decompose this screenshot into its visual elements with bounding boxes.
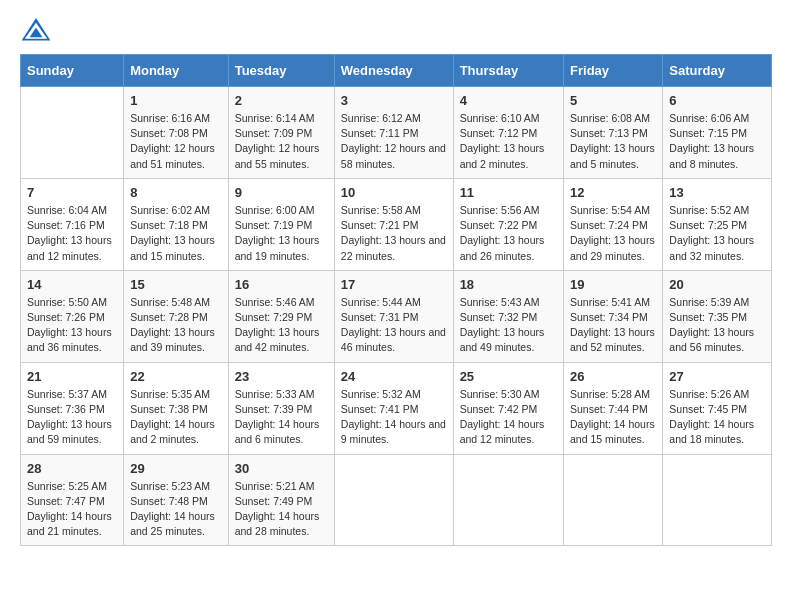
day-cell: 12Sunrise: 5:54 AM Sunset: 7:24 PM Dayli… [564, 178, 663, 270]
day-number: 22 [130, 369, 222, 384]
day-number: 20 [669, 277, 765, 292]
day-cell: 24Sunrise: 5:32 AM Sunset: 7:41 PM Dayli… [334, 362, 453, 454]
day-cell: 30Sunrise: 5:21 AM Sunset: 7:49 PM Dayli… [228, 454, 334, 546]
week-row-4: 21Sunrise: 5:37 AM Sunset: 7:36 PM Dayli… [21, 362, 772, 454]
week-row-3: 14Sunrise: 5:50 AM Sunset: 7:26 PM Dayli… [21, 270, 772, 362]
day-cell: 26Sunrise: 5:28 AM Sunset: 7:44 PM Dayli… [564, 362, 663, 454]
day-number: 18 [460, 277, 557, 292]
day-number: 24 [341, 369, 447, 384]
day-cell: 17Sunrise: 5:44 AM Sunset: 7:31 PM Dayli… [334, 270, 453, 362]
day-cell: 4Sunrise: 6:10 AM Sunset: 7:12 PM Daylig… [453, 87, 563, 179]
day-info: Sunrise: 6:10 AM Sunset: 7:12 PM Dayligh… [460, 111, 557, 172]
day-info: Sunrise: 5:44 AM Sunset: 7:31 PM Dayligh… [341, 295, 447, 356]
week-row-2: 7Sunrise: 6:04 AM Sunset: 7:16 PM Daylig… [21, 178, 772, 270]
day-info: Sunrise: 6:02 AM Sunset: 7:18 PM Dayligh… [130, 203, 222, 264]
calendar-header: SundayMondayTuesdayWednesdayThursdayFrid… [21, 55, 772, 87]
day-cell: 1Sunrise: 6:16 AM Sunset: 7:08 PM Daylig… [124, 87, 229, 179]
day-number: 13 [669, 185, 765, 200]
header-row: SundayMondayTuesdayWednesdayThursdayFrid… [21, 55, 772, 87]
week-row-1: 1Sunrise: 6:16 AM Sunset: 7:08 PM Daylig… [21, 87, 772, 179]
day-number: 26 [570, 369, 656, 384]
day-number: 3 [341, 93, 447, 108]
day-number: 7 [27, 185, 117, 200]
day-cell: 20Sunrise: 5:39 AM Sunset: 7:35 PM Dayli… [663, 270, 772, 362]
day-cell [564, 454, 663, 546]
day-cell: 19Sunrise: 5:41 AM Sunset: 7:34 PM Dayli… [564, 270, 663, 362]
day-info: Sunrise: 5:39 AM Sunset: 7:35 PM Dayligh… [669, 295, 765, 356]
day-info: Sunrise: 6:00 AM Sunset: 7:19 PM Dayligh… [235, 203, 328, 264]
day-info: Sunrise: 6:12 AM Sunset: 7:11 PM Dayligh… [341, 111, 447, 172]
day-cell: 3Sunrise: 6:12 AM Sunset: 7:11 PM Daylig… [334, 87, 453, 179]
day-cell: 5Sunrise: 6:08 AM Sunset: 7:13 PM Daylig… [564, 87, 663, 179]
day-number: 15 [130, 277, 222, 292]
column-header-thursday: Thursday [453, 55, 563, 87]
day-cell: 18Sunrise: 5:43 AM Sunset: 7:32 PM Dayli… [453, 270, 563, 362]
column-header-wednesday: Wednesday [334, 55, 453, 87]
day-number: 10 [341, 185, 447, 200]
day-number: 4 [460, 93, 557, 108]
day-cell: 15Sunrise: 5:48 AM Sunset: 7:28 PM Dayli… [124, 270, 229, 362]
day-info: Sunrise: 5:30 AM Sunset: 7:42 PM Dayligh… [460, 387, 557, 448]
day-cell: 10Sunrise: 5:58 AM Sunset: 7:21 PM Dayli… [334, 178, 453, 270]
day-info: Sunrise: 5:25 AM Sunset: 7:47 PM Dayligh… [27, 479, 117, 540]
day-number: 21 [27, 369, 117, 384]
day-cell: 8Sunrise: 6:02 AM Sunset: 7:18 PM Daylig… [124, 178, 229, 270]
day-number: 9 [235, 185, 328, 200]
day-number: 14 [27, 277, 117, 292]
day-number: 12 [570, 185, 656, 200]
day-info: Sunrise: 5:37 AM Sunset: 7:36 PM Dayligh… [27, 387, 117, 448]
day-cell: 16Sunrise: 5:46 AM Sunset: 7:29 PM Dayli… [228, 270, 334, 362]
day-cell: 27Sunrise: 5:26 AM Sunset: 7:45 PM Dayli… [663, 362, 772, 454]
day-cell: 22Sunrise: 5:35 AM Sunset: 7:38 PM Dayli… [124, 362, 229, 454]
day-info: Sunrise: 5:43 AM Sunset: 7:32 PM Dayligh… [460, 295, 557, 356]
day-info: Sunrise: 5:35 AM Sunset: 7:38 PM Dayligh… [130, 387, 222, 448]
day-info: Sunrise: 5:48 AM Sunset: 7:28 PM Dayligh… [130, 295, 222, 356]
day-number: 5 [570, 93, 656, 108]
logo-icon [20, 16, 52, 44]
day-number: 6 [669, 93, 765, 108]
day-number: 16 [235, 277, 328, 292]
day-info: Sunrise: 5:28 AM Sunset: 7:44 PM Dayligh… [570, 387, 656, 448]
column-header-saturday: Saturday [663, 55, 772, 87]
logo [20, 16, 56, 44]
day-number: 11 [460, 185, 557, 200]
day-number: 2 [235, 93, 328, 108]
day-info: Sunrise: 5:26 AM Sunset: 7:45 PM Dayligh… [669, 387, 765, 448]
day-info: Sunrise: 5:54 AM Sunset: 7:24 PM Dayligh… [570, 203, 656, 264]
day-number: 1 [130, 93, 222, 108]
day-cell: 29Sunrise: 5:23 AM Sunset: 7:48 PM Dayli… [124, 454, 229, 546]
day-info: Sunrise: 5:50 AM Sunset: 7:26 PM Dayligh… [27, 295, 117, 356]
column-header-monday: Monday [124, 55, 229, 87]
day-cell: 6Sunrise: 6:06 AM Sunset: 7:15 PM Daylig… [663, 87, 772, 179]
day-number: 27 [669, 369, 765, 384]
day-number: 29 [130, 461, 222, 476]
calendar-table: SundayMondayTuesdayWednesdayThursdayFrid… [20, 54, 772, 546]
day-info: Sunrise: 6:08 AM Sunset: 7:13 PM Dayligh… [570, 111, 656, 172]
page-header [20, 16, 772, 44]
day-info: Sunrise: 6:14 AM Sunset: 7:09 PM Dayligh… [235, 111, 328, 172]
day-cell: 21Sunrise: 5:37 AM Sunset: 7:36 PM Dayli… [21, 362, 124, 454]
day-info: Sunrise: 5:32 AM Sunset: 7:41 PM Dayligh… [341, 387, 447, 448]
calendar-body: 1Sunrise: 6:16 AM Sunset: 7:08 PM Daylig… [21, 87, 772, 546]
day-info: Sunrise: 5:52 AM Sunset: 7:25 PM Dayligh… [669, 203, 765, 264]
day-cell: 14Sunrise: 5:50 AM Sunset: 7:26 PM Dayli… [21, 270, 124, 362]
day-cell [21, 87, 124, 179]
day-info: Sunrise: 5:33 AM Sunset: 7:39 PM Dayligh… [235, 387, 328, 448]
day-cell: 11Sunrise: 5:56 AM Sunset: 7:22 PM Dayli… [453, 178, 563, 270]
day-number: 25 [460, 369, 557, 384]
day-info: Sunrise: 5:41 AM Sunset: 7:34 PM Dayligh… [570, 295, 656, 356]
column-header-sunday: Sunday [21, 55, 124, 87]
day-cell: 13Sunrise: 5:52 AM Sunset: 7:25 PM Dayli… [663, 178, 772, 270]
day-number: 30 [235, 461, 328, 476]
week-row-5: 28Sunrise: 5:25 AM Sunset: 7:47 PM Dayli… [21, 454, 772, 546]
day-info: Sunrise: 5:23 AM Sunset: 7:48 PM Dayligh… [130, 479, 222, 540]
day-info: Sunrise: 6:04 AM Sunset: 7:16 PM Dayligh… [27, 203, 117, 264]
day-info: Sunrise: 6:16 AM Sunset: 7:08 PM Dayligh… [130, 111, 222, 172]
day-info: Sunrise: 5:56 AM Sunset: 7:22 PM Dayligh… [460, 203, 557, 264]
day-cell: 2Sunrise: 6:14 AM Sunset: 7:09 PM Daylig… [228, 87, 334, 179]
day-cell [334, 454, 453, 546]
day-number: 28 [27, 461, 117, 476]
column-header-tuesday: Tuesday [228, 55, 334, 87]
column-header-friday: Friday [564, 55, 663, 87]
day-number: 23 [235, 369, 328, 384]
